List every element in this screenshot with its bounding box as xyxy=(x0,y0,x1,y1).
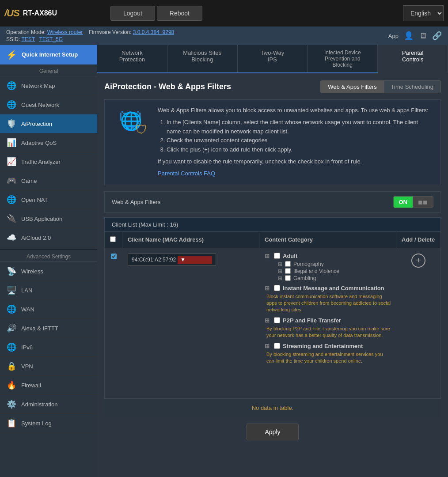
cat-streaming-label: Streaming and Entertainment xyxy=(283,343,363,349)
share-icon[interactable]: 🔗 xyxy=(432,31,442,41)
td-client: 94:C6:91:A2:57:92 ▼ xyxy=(122,248,259,398)
sidebar-item-alexa[interactable]: 🔊 Alexa & IFTTT xyxy=(0,319,97,338)
sidebar-item-label: System Log xyxy=(21,420,52,427)
sidebar-item-aicloud[interactable]: ☁️ AiCloud 2.0 xyxy=(0,228,97,247)
category-streaming: ⊞ Streaming and Entertainment By blockin… xyxy=(265,343,391,365)
toggle-row: Web & Apps Filters ON ◼◼ xyxy=(104,191,441,213)
ssid-2g-link[interactable]: TEST xyxy=(21,36,34,42)
parental-controls-faq-link[interactable]: Parental Controls FAQ xyxy=(158,170,215,177)
dropdown-arrow[interactable]: ▼ xyxy=(178,256,212,264)
cat-expand-adult[interactable]: ⊞ xyxy=(265,253,270,259)
sidebar-quick-setup[interactable]: ⚡ Quick Internet Setup xyxy=(0,45,97,64)
select-all-checkbox[interactable] xyxy=(110,236,116,242)
game-icon: 🎮 xyxy=(6,176,17,186)
vpn-icon: 🔒 xyxy=(6,361,17,371)
operation-mode-link[interactable]: Wireless router xyxy=(47,29,83,35)
sidebar-item-network-map[interactable]: 🌐 Network Map xyxy=(0,76,97,95)
th-client: Client Name (MAC Address) xyxy=(122,232,259,248)
sidebar-item-vpn[interactable]: 🔒 VPN xyxy=(0,357,97,376)
tab-infected-device[interactable]: Infected Device Prevention andBlocking xyxy=(308,45,378,72)
cat-adult-checkbox[interactable] xyxy=(274,253,280,259)
logout-button[interactable]: Logout xyxy=(110,6,155,21)
toggle-switch[interactable]: ON ◼◼ xyxy=(393,196,434,208)
sidebar-item-aiprotection[interactable]: 🛡️ AiProtection xyxy=(0,114,97,133)
logo-area: /US RT-AX86U xyxy=(4,8,106,19)
view-tab-scheduling[interactable]: Time Scheduling xyxy=(384,81,440,93)
sidebar-item-lan[interactable]: 🖥️ LAN xyxy=(0,281,97,300)
sidebar-item-label: Guest Network xyxy=(21,102,59,108)
toggle-on[interactable]: ON xyxy=(394,197,413,208)
sidebar-item-adaptive-qos[interactable]: 📊 Adaptive QoS xyxy=(0,133,97,152)
sidebar-item-firewall[interactable]: 🔥 Firewall xyxy=(0,376,97,395)
quick-setup-icon: ⚡ xyxy=(6,49,17,60)
cat-expand-p2p[interactable]: ⊞ xyxy=(265,317,270,324)
sidebar-item-label: Administration xyxy=(21,401,57,408)
cat-instant-desc: Block instant communication software and… xyxy=(266,293,391,314)
client-table: Client Name (MAC Address) Content Catego… xyxy=(104,231,441,399)
tab-nav: NetworkProtection Malicious SitesBlockin… xyxy=(97,45,448,73)
cat-illegal-checkbox[interactable] xyxy=(285,268,291,274)
sidebar-item-label: VPN xyxy=(21,363,33,370)
sidebar-item-administration[interactable]: ⚙️ Administration xyxy=(0,395,97,414)
no-data: No data in table. xyxy=(104,399,441,416)
view-tab-filters[interactable]: Web & Apps Filters xyxy=(321,81,383,93)
tab-two-way-ips[interactable]: Two-WayIPS xyxy=(238,45,308,72)
sidebar-item-label: AiCloud 2.0 xyxy=(21,235,51,241)
apply-button[interactable]: Apply xyxy=(247,424,298,440)
sidebar-item-wireless[interactable]: 📡 Wireless xyxy=(0,262,97,281)
aiprotection-icon: 🛡️ xyxy=(6,119,17,129)
firmware-link[interactable]: 3.0.0.4.384_9298 xyxy=(133,29,174,35)
cat-sub-gambling: ⊞ Gambling xyxy=(278,275,391,281)
sidebar-item-ipv6[interactable]: 🌐 IPv6 xyxy=(0,338,97,357)
toggle-off[interactable]: ◼◼ xyxy=(413,197,433,208)
sidebar-item-game[interactable]: 🎮 Game xyxy=(0,171,97,190)
tab-parental-controls[interactable]: ParentalControls xyxy=(378,45,448,73)
traffic-analyzer-icon: 📈 xyxy=(6,157,17,167)
operation-mode: Operation Mode: Wireless router Firmware… xyxy=(6,29,174,35)
cat-p2p-desc: By blocking P2P and File Transferring yo… xyxy=(266,326,391,339)
monitor-icon[interactable]: 🖥 xyxy=(419,31,427,41)
sidebar-item-label: Open NAT xyxy=(21,197,48,203)
cat-pornography-checkbox[interactable] xyxy=(285,261,291,267)
cat-p2p-checkbox[interactable] xyxy=(274,317,280,323)
client-dropdown[interactable]: 94:C6:91:A2:57:92 ▼ xyxy=(128,254,216,266)
sidebar: ⚡ Quick Internet Setup General 🌐 Network… xyxy=(0,45,97,477)
ssid-5g-link[interactable]: TEST_5G xyxy=(39,36,63,42)
language-select[interactable]: English xyxy=(403,5,444,21)
top-buttons: Logout Reboot xyxy=(110,6,399,21)
cat-p2p-title: ⊞ P2P and File Transfer xyxy=(265,317,391,324)
cat-pornography-label: Pornography xyxy=(293,261,324,267)
main-layout: ⚡ Quick Internet Setup General 🌐 Network… xyxy=(0,45,448,477)
reboot-button[interactable]: Reboot xyxy=(157,6,202,21)
cat-p2p-label: P2P and File Transfer xyxy=(283,317,341,324)
sidebar-item-usb-application[interactable]: 🔌 USB Application xyxy=(0,209,97,228)
tab-malicious-sites[interactable]: Malicious SitesBlocking xyxy=(167,45,238,72)
cat-gambling-checkbox[interactable] xyxy=(285,275,291,281)
cat-sub-illegal: ⊞ Illegal and Violence xyxy=(278,268,391,274)
asus-logo: /US xyxy=(4,8,19,19)
sidebar-item-label: Firewall xyxy=(21,382,41,389)
page-header: AiProtection - Web & Apps Filters Web & … xyxy=(104,80,441,93)
td-content: ⊞ Adult ⊞ Pornography xyxy=(259,248,396,398)
cat-expand-streaming[interactable]: ⊞ xyxy=(265,343,270,349)
quick-setup-label: Quick Internet Setup xyxy=(22,51,78,59)
sidebar-item-system-log[interactable]: 📋 System Log xyxy=(0,414,97,433)
info-text: Web & Apps Filters allows you to block a… xyxy=(158,106,432,178)
info-box: 🛡 🌐 🛡 Web & Apps Filters allows you to b… xyxy=(104,99,441,185)
sidebar-item-guest-network[interactable]: 🌐 Guest Network xyxy=(0,95,97,114)
cat-instant-checkbox[interactable] xyxy=(274,285,280,291)
sidebar-item-wan[interactable]: 🌐 WAN xyxy=(0,300,97,319)
cat-expand-instant[interactable]: ⊞ xyxy=(265,285,270,292)
alexa-icon: 🔊 xyxy=(6,323,17,333)
tab-network-protection[interactable]: NetworkProtection xyxy=(97,45,167,72)
sidebar-item-label: USB Application xyxy=(21,216,62,222)
sidebar-item-traffic-analyzer[interactable]: 📈 Traffic Analyzer xyxy=(0,152,97,171)
category-instant-message: ⊞ Instant Message and Communication Bloc… xyxy=(265,285,391,314)
row-checkbox[interactable] xyxy=(111,254,117,259)
user-icon[interactable]: 👤 xyxy=(404,31,414,41)
sidebar-item-label: IPv6 xyxy=(21,344,33,351)
page-title: AiProtection - Web & Apps Filters xyxy=(104,82,231,91)
cat-streaming-checkbox[interactable] xyxy=(274,343,280,349)
add-rule-button[interactable]: + xyxy=(411,254,425,268)
sidebar-item-open-nat[interactable]: 🌐 Open NAT xyxy=(0,190,97,209)
